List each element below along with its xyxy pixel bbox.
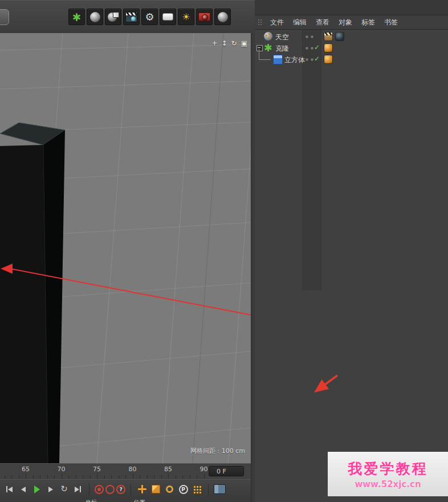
viewport-nav-controls: +↕↻▣ bbox=[211, 39, 247, 47]
ruler-tick bbox=[19, 476, 19, 479]
watermark-title: 我爱学教程 bbox=[348, 459, 428, 478]
status-text-fragment: 位置 bbox=[134, 499, 145, 502]
object-row-sky[interactable]: 天空 bbox=[255, 31, 448, 42]
toolbar-separator bbox=[89, 483, 89, 496]
viewport[interactable]: +↕↻▣ 网格间距 : 100 cm bbox=[0, 33, 251, 463]
current-frame-field[interactable]: 0 F bbox=[209, 466, 244, 476]
status-strip: 坐标位置 bbox=[0, 499, 251, 502]
sun-icon: ☀ bbox=[182, 13, 190, 22]
rotate-icon[interactable]: ↻ bbox=[231, 39, 237, 47]
sphere-icon bbox=[218, 12, 228, 22]
sphere-icon bbox=[90, 12, 100, 22]
previous-frame-button[interactable] bbox=[17, 483, 29, 495]
partial-toolbar-icon[interactable] bbox=[0, 9, 9, 25]
move-tool-button[interactable] bbox=[136, 483, 148, 495]
play-icon bbox=[34, 485, 40, 493]
ruler-label: 75 bbox=[93, 465, 101, 473]
sky-material-tag-icon[interactable] bbox=[335, 32, 344, 41]
top-toolbar: ⚙ ☀ bbox=[0, 0, 255, 34]
om-menu-bookmarks[interactable]: 书签 bbox=[380, 17, 402, 29]
layout-panel-button[interactable] bbox=[214, 483, 226, 495]
ruler-label: 80 bbox=[129, 465, 137, 473]
om-menu-edit[interactable]: 编辑 bbox=[288, 17, 311, 29]
object-row-cube[interactable]: 立方体✓ bbox=[255, 54, 448, 65]
timeline-ruler[interactable]: 0 F 657075808590 bbox=[0, 463, 251, 480]
ruler-tick bbox=[133, 473, 133, 479]
maximize-icon[interactable]: ▣ bbox=[241, 39, 247, 47]
record-options-button[interactable]: ? bbox=[116, 485, 125, 494]
play-button[interactable] bbox=[31, 483, 43, 495]
visibility-column bbox=[302, 30, 321, 290]
om-menu-view[interactable]: 查看 bbox=[311, 17, 334, 29]
om-menu-items: 文件编辑查看对象标签书签 bbox=[266, 17, 402, 29]
object-row-cloner[interactable]: 克隆✓ bbox=[255, 42, 448, 54]
help-icon: ? bbox=[119, 487, 122, 492]
dot-grid-icon bbox=[193, 485, 201, 493]
box-tool-button[interactable] bbox=[150, 483, 162, 495]
camera-icon bbox=[198, 13, 210, 21]
object-manager[interactable]: 天空克隆✓立方体✓ bbox=[255, 30, 448, 290]
ruler-tick bbox=[26, 473, 26, 479]
tree-line bbox=[259, 49, 271, 60]
points-tool-button[interactable]: P bbox=[177, 483, 189, 495]
right-top-strip bbox=[255, 0, 448, 15]
enabled-check-icon[interactable]: ✓ bbox=[314, 55, 320, 63]
animation-toolbar: ↻ ? P bbox=[0, 479, 251, 499]
compositing-tag-icon[interactable] bbox=[324, 32, 333, 41]
om-menu-tags[interactable]: 标签 bbox=[357, 17, 380, 29]
grid-spacing-label: 网格间距 : 100 cm bbox=[190, 447, 245, 455]
loop-button[interactable]: ↻ bbox=[58, 483, 70, 495]
material-tag-icon[interactable] bbox=[324, 55, 333, 64]
material-tag-icon[interactable] bbox=[324, 43, 333, 52]
autokey-button[interactable] bbox=[105, 485, 115, 494]
white-pill-icon bbox=[162, 13, 173, 21]
object-name[interactable]: 立方体 bbox=[284, 55, 305, 65]
record-button[interactable] bbox=[95, 485, 104, 494]
render-settings-icon[interactable] bbox=[123, 9, 140, 25]
object-name[interactable]: 克隆 bbox=[275, 44, 289, 54]
go-to-start-button[interactable] bbox=[3, 483, 15, 495]
render-picture-viewer-icon[interactable] bbox=[196, 9, 213, 25]
magic-solo-icon[interactable] bbox=[68, 9, 85, 25]
sphere-region-icon bbox=[108, 12, 119, 22]
orange-cube-icon bbox=[152, 485, 160, 493]
go-to-end-button[interactable] bbox=[72, 483, 84, 495]
loop-icon: ↻ bbox=[60, 485, 68, 493]
ruler-tick bbox=[161, 476, 162, 479]
edit-render-settings-icon[interactable]: ⚙ bbox=[141, 9, 158, 25]
sky-object-icon[interactable] bbox=[264, 32, 272, 41]
viewport-canvas[interactable] bbox=[0, 33, 251, 463]
om-menu-file[interactable]: 文件 bbox=[266, 17, 288, 29]
visibility-dots-icon[interactable] bbox=[305, 35, 315, 38]
record-icon bbox=[97, 488, 101, 491]
ruler-tick bbox=[147, 476, 148, 479]
render-region-icon[interactable] bbox=[105, 9, 121, 25]
ruler-tick bbox=[11, 476, 12, 479]
ruler-tick bbox=[83, 476, 83, 479]
p-circle-icon: P bbox=[179, 485, 188, 494]
pan-icon[interactable]: + bbox=[211, 39, 217, 47]
object-name[interactable]: 天空 bbox=[275, 33, 289, 42]
ruler-tick bbox=[204, 473, 205, 479]
cube-object-icon[interactable] bbox=[273, 55, 283, 64]
zoom-icon[interactable]: ↕ bbox=[222, 39, 227, 47]
material-sphere-icon[interactable] bbox=[214, 9, 231, 25]
om-menu-objects[interactable]: 对象 bbox=[334, 17, 357, 29]
default-light-icon[interactable]: ☀ bbox=[178, 9, 194, 25]
ruler-tick bbox=[54, 476, 55, 479]
cube-object bbox=[0, 123, 65, 463]
ruler-tick bbox=[47, 476, 48, 479]
next-frame-button[interactable] bbox=[44, 483, 56, 495]
panel-grip-icon[interactable] bbox=[258, 19, 263, 26]
rotate-tool-button[interactable] bbox=[164, 483, 176, 495]
tag-list bbox=[324, 55, 333, 64]
render-view-icon[interactable] bbox=[87, 9, 103, 25]
ruler-tick bbox=[40, 476, 40, 479]
ruler-tick bbox=[197, 476, 197, 479]
display-filter-icon[interactable] bbox=[160, 9, 176, 25]
clapper-icon bbox=[125, 12, 137, 22]
watermark-url: www.52xjc.cn bbox=[355, 479, 421, 489]
ruler-label: 90 bbox=[200, 465, 208, 473]
quantize-button[interactable] bbox=[191, 483, 203, 495]
enabled-check-icon[interactable]: ✓ bbox=[314, 43, 320, 51]
